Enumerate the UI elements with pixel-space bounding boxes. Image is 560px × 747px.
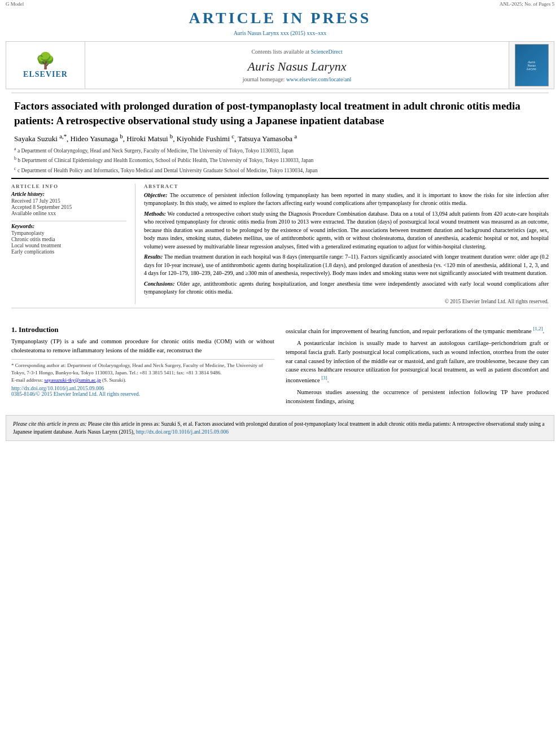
gmodel-label: G Model <box>6 1 24 7</box>
available-online: Available online xxx <box>11 211 126 216</box>
sciencedirect-link[interactable]: ScienceDirect <box>310 49 342 55</box>
divider-keywords <box>11 221 126 221</box>
homepage-url[interactable]: www.elsevier.com/locate/anl <box>286 76 351 82</box>
intro-right-para-1: ossicular chain for improvement of heari… <box>286 325 549 335</box>
divider-body <box>11 308 549 308</box>
intro-body-text-right: ossicular chain for improvement of heari… <box>286 325 549 406</box>
contents-label: Contents lists available at <box>251 49 309 55</box>
elsevier-logo-section: 🌳 ELSEVIER <box>6 42 85 89</box>
article-title: Factors associated with prolonged durati… <box>11 99 549 128</box>
body-right-col: ossicular chain for improvement of heari… <box>286 325 549 409</box>
affil-c: c c Department of Health Policy and Info… <box>14 165 546 174</box>
ref-3-link[interactable]: [3] <box>321 375 327 381</box>
affil-b: b b Department of Clinical Epidemiology … <box>14 155 546 164</box>
conclusions-label: Conclusions: <box>144 281 174 287</box>
history-label: Article history: <box>11 191 126 197</box>
anl-label: ANL-2025; No. of Pages 5 <box>500 1 554 7</box>
keywords-list: Tympanoplasty Chronic otitis media Local… <box>11 230 126 255</box>
page: G Model ANL-2025; No. of Pages 5 ARTICLE… <box>0 0 560 747</box>
email-link[interactable]: sayasuzuki-tky@umin.ac.jp <box>44 377 100 383</box>
aip-text: ARTICLE IN PRESS <box>189 9 371 27</box>
keyword-2: Chronic otitis media <box>11 237 126 242</box>
intro-right-para-2: A postauricular incision is usually made… <box>286 339 549 385</box>
authors-line: Sayaka Suzuki a,*, Hideo Yasunaga b, Hir… <box>14 132 546 143</box>
info-abstract-section: ARTICLE INFO Article history: Received 1… <box>11 178 549 304</box>
abstract-conclusions: Conclusions: Older age, antithrombotic a… <box>144 280 549 296</box>
article-content: Factors associated with prolonged durati… <box>0 93 560 409</box>
citation-line: Auris Nasus Larynx xxx (2015) xxx–xxx <box>0 28 560 38</box>
citation-text: Auris Nasus Larynx xxx (2015) xxx–xxx <box>234 30 327 36</box>
doi-copyright: 0385-8146/© 2015 Elsevier Ireland Ltd. A… <box>11 391 140 397</box>
keywords-label: Keywords: <box>11 224 126 229</box>
objective-label: Objective: <box>144 192 168 198</box>
email-note: (S. Suzuki). <box>102 377 126 383</box>
results-text: The median treatment duration in each ho… <box>144 254 549 276</box>
keyword-1: Tympanoplasty <box>11 230 126 236</box>
journal-info-center: Contents lists available at ScienceDirec… <box>85 42 509 89</box>
article-history: Article history: Received 17 July 2015 A… <box>11 191 126 216</box>
elsevier-name: ELSEVIER <box>23 70 68 79</box>
abstract-heading: ABSTRACT <box>144 184 549 189</box>
intro-section: 1. Introduction Tympanoplasty (TP) is a … <box>11 325 549 409</box>
methods-text: We conducted a retrospective cohort stud… <box>144 211 549 250</box>
copyright-line: © 2015 Elsevier Ireland Ltd. All rights … <box>144 299 549 304</box>
affil-a: a a Department of Otolaryngology, Head a… <box>14 146 546 155</box>
article-info-heading: ARTICLE INFO <box>11 184 126 189</box>
abstract-results: Results: The median treatment duration i… <box>144 253 549 278</box>
email-label: E-mail address: <box>11 377 43 383</box>
gmodel-bar: G Model ANL-2025; No. of Pages 5 <box>0 0 560 8</box>
body-two-col: 1. Introduction Tympanoplasty (TP) is a … <box>11 325 549 409</box>
keywords-section: Keywords: Tympanoplasty Chronic otitis m… <box>11 224 126 255</box>
intro-body-text-left: Tympanoplasty (TP) is a safe and common … <box>11 337 274 355</box>
abstract-col: ABSTRACT Objective: The occurrence of pe… <box>135 184 549 304</box>
objective-text: The occurrence of persistent infection f… <box>144 192 549 207</box>
contents-available-line: Contents lists available at ScienceDirec… <box>251 49 342 55</box>
intro-section-title: 1. Introduction <box>11 325 274 334</box>
intro-right-para-3: Numerous studies assessing the occurrenc… <box>286 388 549 406</box>
accepted-date: Accepted 8 September 2015 <box>11 204 126 210</box>
body-left-col: 1. Introduction Tympanoplasty (TP) is a … <box>11 325 274 409</box>
cite-label: Please cite this article in press as: <box>13 421 88 427</box>
received-date: Received 17 July 2015 <box>11 198 126 204</box>
abstract-objective: Objective: The occurrence of persistent … <box>144 191 549 208</box>
keyword-4: Early complications <box>11 249 126 255</box>
results-label: Results: <box>144 254 163 260</box>
email-line: E-mail address: sayasuzuki-tky@umin.ac.j… <box>11 377 274 384</box>
journal-cover-thumbnail: Auris Nasus Larynx <box>509 42 554 89</box>
affiliations: a a Department of Otolaryngology, Head a… <box>14 146 546 174</box>
ref-1-2-link[interactable]: [1,2] <box>533 326 542 331</box>
journal-homepage: journal homepage: www.elsevier.com/locat… <box>243 76 352 82</box>
cover-mini: Auris Nasus Larynx <box>515 44 549 86</box>
cite-text: Please cite this article in press as: Su… <box>13 421 545 435</box>
homepage-label: journal homepage: <box>243 76 285 82</box>
aip-banner: ARTICLE IN PRESS <box>0 8 560 28</box>
footnote-section: * Corresponding author at: Department of… <box>11 359 274 383</box>
keyword-3: Local wound treatment <box>11 243 126 248</box>
journal-title: Auris Nasus Larynx <box>248 59 347 74</box>
abstract-methods: Methods: We conducted a retrospective co… <box>144 210 549 251</box>
methods-label: Methods: <box>144 211 166 217</box>
article-info-col: ARTICLE INFO Article history: Received 1… <box>11 184 135 304</box>
conclusions-text: Older age, antithrombotic agents during … <box>144 281 549 295</box>
citation-box: Please cite this article in press as: Pl… <box>6 415 554 442</box>
intro-para-1: Tympanoplasty (TP) is a safe and common … <box>11 337 274 355</box>
doi-section: http://dx.doi.org/10.1016/j.anl.2015.09.… <box>11 386 274 397</box>
cite-doi-link[interactable]: http://dx.doi.org/10.1016/j.anl.2015.09.… <box>136 429 229 435</box>
journal-header: 🌳 ELSEVIER Contents lists available at S… <box>6 41 554 89</box>
elsevier-tree-icon: 🌳 <box>36 51 55 70</box>
corresponding-note: * Corresponding author at: Department of… <box>11 362 274 376</box>
divider-1 <box>11 93 549 93</box>
authors-text: Sayaka Suzuki a,*, Hideo Yasunaga b, Hir… <box>14 134 297 143</box>
doi-link[interactable]: http://dx.doi.org/10.1016/j.anl.2015.09.… <box>11 386 104 391</box>
